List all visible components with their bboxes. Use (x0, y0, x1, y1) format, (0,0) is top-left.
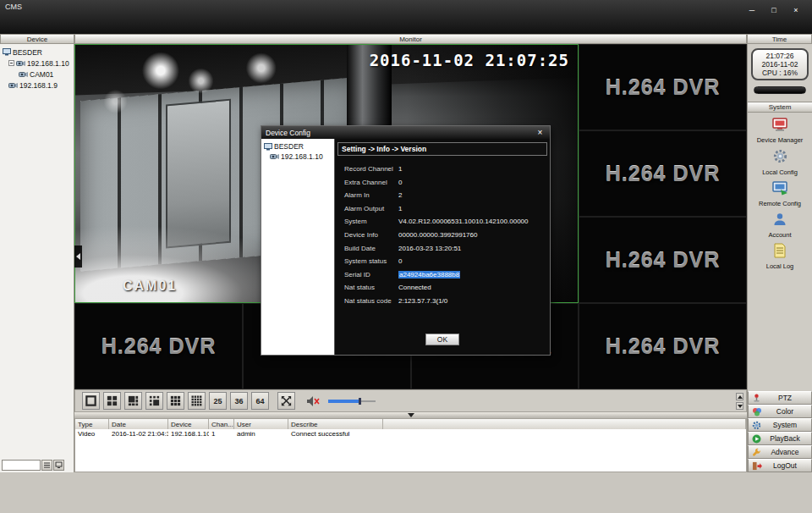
system-button[interactable]: System (748, 418, 812, 432)
collapse-expander-icon[interactable] (8, 60, 14, 66)
cpu-progress-bar (754, 86, 806, 94)
layout-16-button[interactable] (188, 392, 206, 410)
collapse-panel-arrow-icon[interactable] (74, 245, 82, 268)
tree-item-besder[interactable]: BESDER (0, 47, 74, 58)
action-buttons: PTZ Color System PlayBack (748, 391, 812, 472)
layout-6-button[interactable] (124, 392, 142, 410)
device-manager-button[interactable]: Device Manager (748, 117, 812, 144)
status-box (2, 460, 41, 471)
layout-64-button[interactable]: 64 (251, 392, 269, 410)
monitor-panel-header: Monitor (74, 34, 747, 44)
volume-fill (328, 400, 359, 403)
log-col-describe[interactable]: Describe (288, 419, 383, 429)
logout-icon (752, 461, 764, 471)
remote-config-button[interactable]: Remote Config (748, 180, 812, 207)
dialog-device-tree: BESDER 192.168.1.10 (261, 139, 335, 355)
layout-36-button[interactable]: 36 (230, 392, 248, 410)
account-button[interactable]: Account (748, 212, 812, 239)
mute-audio-icon[interactable] (304, 392, 321, 410)
clock-time: 21:07:26 (753, 52, 807, 60)
toolbar-scroll (736, 393, 743, 410)
window-title: CMS (5, 3, 22, 11)
device-tree: BESDER 192.168.1.10 CAM01 192.168.1.9 (0, 44, 74, 91)
color-palette-icon (752, 407, 764, 416)
window-controls: ─ □ × (743, 4, 805, 16)
info-row-alarm-in: Alarm In 2 (344, 191, 550, 205)
video-tile-empty[interactable]: H.264 DVR (579, 217, 747, 303)
ok-button[interactable]: OK (425, 334, 459, 345)
event-log: Type Date Device Chan... User Describe V… (74, 418, 747, 472)
maximize-button[interactable]: □ (765, 4, 783, 16)
dialog-close-button[interactable]: × (535, 128, 546, 137)
log-row[interactable]: Video 2016-11-02 21:04:33 192.168.1.10 1… (75, 429, 746, 439)
tree-item-device-1[interactable]: 192.168.1.10 (0, 58, 74, 69)
playback-button[interactable]: PlayBack (748, 432, 812, 445)
dialog-tree-item-device[interactable]: 192.168.1.10 (261, 152, 334, 162)
logout-button[interactable]: LogOut (748, 459, 812, 472)
tree-item-device-2[interactable]: 192.168.1.9 (0, 80, 74, 91)
log-header-row: Type Date Device Chan... User Describe (75, 419, 746, 429)
device-info-list: Record Channel 1 Extra Channel 0 Alarm I… (335, 156, 550, 311)
log-col-channel[interactable]: Chan... (209, 419, 234, 429)
log-col-user[interactable]: User (234, 419, 288, 429)
tree-item-cam01[interactable]: CAM01 (0, 69, 74, 80)
log-col-device[interactable]: Device (168, 419, 209, 429)
local-log-button[interactable]: Local Log (748, 243, 812, 270)
wrench-icon (752, 448, 764, 457)
serial-id-value[interactable]: a24924ba6e3888b8 (398, 271, 460, 279)
video-tile-empty[interactable]: H.264 DVR (74, 303, 243, 389)
layout-9-button[interactable] (167, 392, 184, 410)
camera-timestamp: 2016-11-02 21:07:25 (370, 51, 569, 69)
monitor-button[interactable] (53, 460, 64, 471)
ptz-joystick-icon (752, 394, 764, 403)
log-document-icon (773, 243, 787, 262)
info-row-nat-status: Nat status Connected (344, 284, 550, 297)
volume-slider[interactable] (328, 397, 376, 405)
info-row-nat-status-code: Nat status code 2:123.57.7.3(1/0 (344, 297, 550, 311)
minimize-button[interactable]: ─ (743, 4, 761, 16)
info-row-extra-channel: Extra Channel 0 (344, 179, 550, 192)
tree-item-label: CAM01 (30, 70, 53, 79)
dialog-title: Device Config (266, 129, 310, 137)
video-tile-empty[interactable]: H.264 DVR (579, 44, 747, 130)
scroll-down-button[interactable] (736, 402, 743, 410)
local-config-button[interactable]: Local Config (748, 148, 812, 176)
info-row-device-info: Device Info 00000.00000.3992991760 (344, 231, 550, 245)
system-section-header: System (748, 102, 812, 113)
camera-icon (8, 82, 18, 89)
video-tile-empty[interactable]: H.264 DVR (579, 303, 747, 389)
scroll-up-button[interactable] (736, 393, 743, 400)
dialog-titlebar[interactable]: Device Config × (261, 126, 550, 139)
gear-icon (772, 148, 788, 168)
info-row-serial-id: Serial ID a24924ba6e3888b8 (344, 271, 550, 284)
device-panel-footer (2, 460, 64, 471)
device-config-dialog: Device Config × BESDER 192.168.1.10 (261, 125, 551, 356)
info-row-system-status: System status 0 (344, 257, 550, 271)
camera-icon (270, 153, 279, 160)
video-tile-empty[interactable]: H.264 DVR (579, 130, 747, 217)
info-row-record-channel: Record Channel 1 (344, 165, 550, 179)
log-col-spacer (383, 419, 746, 429)
volume-handle[interactable] (359, 398, 361, 405)
camera-name-label: CAM01 (123, 279, 177, 294)
dialog-tree-label: 192.168.1.10 (281, 152, 323, 161)
layout-8-button[interactable] (145, 392, 163, 410)
advance-button[interactable]: Advance (748, 445, 812, 459)
server-icon (3, 48, 11, 56)
color-button[interactable]: Color (748, 405, 812, 418)
close-button[interactable]: × (787, 4, 805, 16)
log-col-type[interactable]: Type (75, 419, 109, 429)
log-splitter-handle[interactable] (74, 412, 747, 418)
fullscreen-button[interactable] (277, 392, 295, 410)
log-col-date[interactable]: Date (109, 419, 168, 429)
tree-item-label: 192.168.1.10 (27, 59, 69, 68)
clock-date: 2016-11-02 (753, 60, 807, 69)
dialog-tree-item-besder[interactable]: BESDER (261, 141, 334, 152)
list-button[interactable] (41, 460, 52, 471)
ptz-button[interactable]: PTZ (748, 391, 812, 405)
layout-25-button[interactable]: 25 (209, 392, 227, 410)
layout-1-button[interactable] (82, 392, 100, 410)
layout-4-button[interactable] (103, 392, 121, 410)
dialog-content: Setting -> Info -> Version Record Channe… (335, 139, 550, 355)
time-panel: 21:07:26 2016-11-02 CPU : 16% System Dev… (747, 44, 812, 472)
